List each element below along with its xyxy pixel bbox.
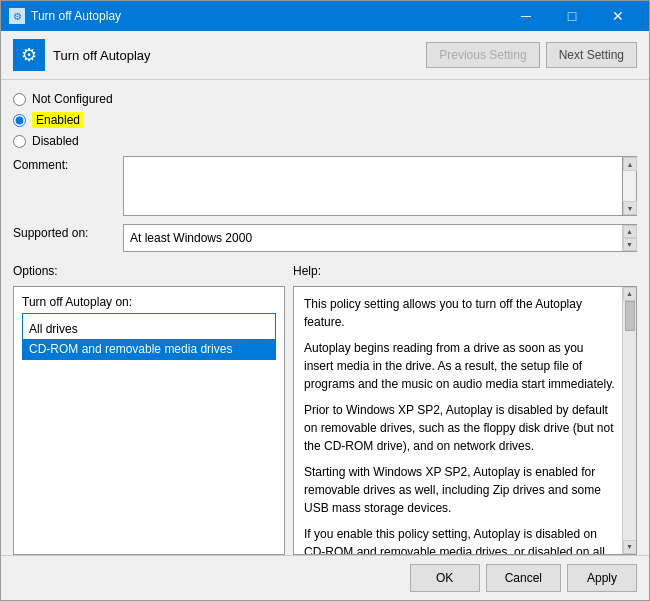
- options-inner: Turn off Autoplay on: All drives ▼ All d…: [13, 286, 285, 555]
- next-setting-button[interactable]: Next Setting: [546, 42, 637, 68]
- header-buttons: Previous Setting Next Setting: [426, 42, 637, 68]
- enabled-label: Enabled: [32, 112, 84, 128]
- window-title: Turn off Autoplay: [31, 9, 503, 23]
- title-bar-controls: ─ □ ✕: [503, 1, 641, 31]
- supported-scroll-up[interactable]: ▲: [623, 225, 637, 238]
- help-para-2: Autoplay begins reading from a drive as …: [304, 339, 616, 393]
- comment-field: ▲ ▼: [123, 156, 637, 216]
- dropdown-label: Turn off Autoplay on:: [22, 295, 276, 309]
- help-label: Help:: [293, 264, 321, 278]
- help-para-1: This policy setting allows you to turn o…: [304, 295, 616, 331]
- enabled-option[interactable]: Enabled: [13, 112, 637, 128]
- window-icon: ⚙: [9, 8, 25, 24]
- comment-scroll-up[interactable]: ▲: [623, 157, 637, 171]
- radio-group: Not Configured Enabled Disabled: [13, 92, 637, 148]
- dropdown-menu: All drives CD-ROM and removable media dr…: [22, 319, 276, 360]
- minimize-button[interactable]: ─: [503, 1, 549, 31]
- supported-row: Supported on: At least Windows 2000 ▲ ▼: [13, 224, 637, 252]
- section-labels: Options: Help:: [13, 264, 637, 278]
- comment-row: Comment: ▲ ▼: [13, 156, 637, 216]
- close-button[interactable]: ✕: [595, 1, 641, 31]
- help-para-4: Starting with Windows XP SP2, Autoplay i…: [304, 463, 616, 517]
- cancel-button[interactable]: Cancel: [486, 564, 561, 592]
- help-content: This policy setting allows you to turn o…: [293, 286, 637, 555]
- help-scroll-down[interactable]: ▼: [623, 540, 637, 554]
- supported-value-box: At least Windows 2000 ▲ ▼: [123, 224, 637, 252]
- dropdown-container: Turn off Autoplay on: All drives ▼ All d…: [22, 295, 276, 337]
- enabled-radio[interactable]: [13, 114, 26, 127]
- disabled-label: Disabled: [32, 134, 79, 148]
- apply-button[interactable]: Apply: [567, 564, 637, 592]
- supported-value: At least Windows 2000: [124, 225, 622, 251]
- not-configured-option[interactable]: Not Configured: [13, 92, 637, 106]
- maximize-button[interactable]: □: [549, 1, 595, 31]
- options-label: Options:: [13, 264, 58, 278]
- supported-label: Supported on:: [13, 224, 123, 240]
- comment-scrollbar: ▲ ▼: [622, 156, 637, 216]
- bottom-bar: OK Cancel Apply: [1, 555, 649, 600]
- not-configured-radio[interactable]: [13, 93, 26, 106]
- window-header: ⚙ Turn off Autoplay Previous Setting Nex…: [1, 31, 649, 80]
- ok-button[interactable]: OK: [410, 564, 480, 592]
- supported-scroll-down[interactable]: ▼: [623, 238, 637, 251]
- previous-setting-button[interactable]: Previous Setting: [426, 42, 539, 68]
- content-area: Not Configured Enabled Disabled Comment:…: [1, 80, 649, 555]
- disabled-option[interactable]: Disabled: [13, 134, 637, 148]
- dropdown-item-all-drives[interactable]: All drives: [23, 319, 275, 339]
- help-section: This policy setting allows you to turn o…: [293, 286, 637, 555]
- not-configured-label: Not Configured: [32, 92, 113, 106]
- sections: Turn off Autoplay on: All drives ▼ All d…: [13, 286, 637, 555]
- header-icon: ⚙: [13, 39, 45, 71]
- disabled-radio[interactable]: [13, 135, 26, 148]
- header-title: Turn off Autoplay: [53, 48, 151, 63]
- help-scroll-up[interactable]: ▲: [623, 287, 637, 301]
- help-para-5: If you enable this policy setting, Autop…: [304, 525, 616, 555]
- comment-scroll-down[interactable]: ▼: [623, 201, 637, 215]
- options-section: Turn off Autoplay on: All drives ▼ All d…: [13, 286, 293, 555]
- title-bar: ⚙ Turn off Autoplay ─ □ ✕: [1, 1, 649, 31]
- help-scrollbar: ▲ ▼: [622, 287, 636, 554]
- help-scroll-track: [623, 301, 637, 540]
- dropdown-item-cdrom[interactable]: CD-ROM and removable media drives: [23, 339, 275, 359]
- comment-textarea[interactable]: [123, 156, 637, 216]
- supported-scrollbar: ▲ ▼: [622, 225, 636, 251]
- comment-label: Comment:: [13, 156, 123, 172]
- help-para-3: Prior to Windows XP SP2, Autoplay is dis…: [304, 401, 616, 455]
- supported-field: At least Windows 2000 ▲ ▼: [123, 224, 637, 252]
- help-scroll-thumb[interactable]: [625, 301, 635, 331]
- main-window: ⚙ Turn off Autoplay ─ □ ✕ ⚙ Turn off Aut…: [0, 0, 650, 601]
- header-left: ⚙ Turn off Autoplay: [13, 39, 151, 71]
